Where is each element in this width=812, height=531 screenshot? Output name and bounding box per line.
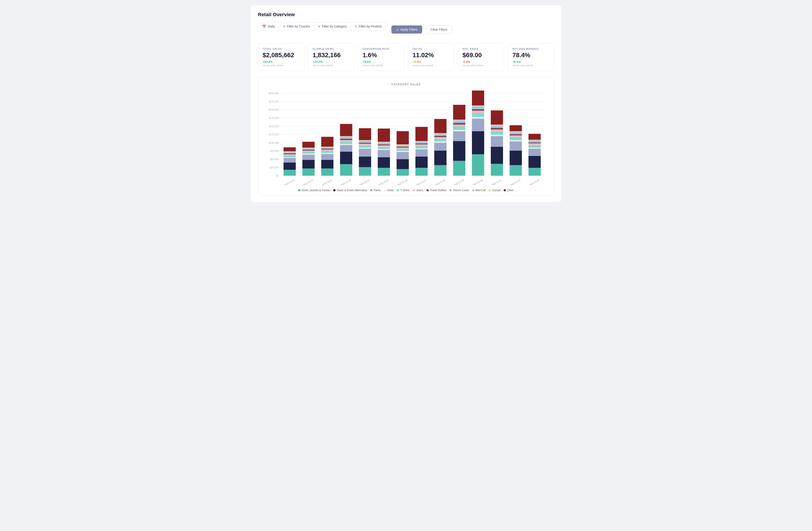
legend-label: Travel Duffels xyxy=(430,189,446,192)
svg-text:2022-11-19: 2022-11-19 xyxy=(453,179,465,185)
svg-rect-176 xyxy=(509,125,522,131)
svg-rect-167 xyxy=(509,151,522,165)
svg-rect-171 xyxy=(509,136,522,137)
svg-rect-40 xyxy=(303,150,315,151)
svg-rect-70 xyxy=(359,167,371,176)
svg-rect-179 xyxy=(528,156,540,168)
filter-category-button[interactable]: ≡ Filter by Category xyxy=(314,22,351,30)
svg-rect-80 xyxy=(359,128,371,140)
svg-text:$100,000: $100,000 xyxy=(269,141,279,144)
svg-rect-181 xyxy=(528,148,540,149)
kpi-period: versus prior period xyxy=(412,64,449,67)
apply-filters-button[interactable]: ⊿ Apply Filters xyxy=(391,26,422,33)
svg-rect-121 xyxy=(434,141,447,143)
svg-rect-98 xyxy=(396,149,409,151)
svg-rect-102 xyxy=(396,145,409,145)
svg-rect-138 xyxy=(453,120,465,121)
svg-rect-145 xyxy=(472,117,484,119)
svg-rect-42 xyxy=(303,148,315,149)
svg-rect-27 xyxy=(284,154,296,156)
svg-rect-168 xyxy=(509,141,522,151)
kpi-period: versus prior period xyxy=(313,64,349,67)
legend-label: Pants xyxy=(374,189,380,192)
legend-item: Mid-Calf xyxy=(472,189,486,192)
legend-dot xyxy=(370,189,373,192)
svg-rect-55 xyxy=(321,146,333,147)
svg-text:2022-11-21: 2022-11-21 xyxy=(491,179,502,185)
kpi-row: TOTAL SALES $2,085,662 +82.8% versus pri… xyxy=(258,43,554,71)
page-container: Retail Overview 📅 Daily ≡ Filter by Coun… xyxy=(251,5,561,202)
svg-rect-116 xyxy=(416,127,427,141)
legend-item: Casual xyxy=(489,189,500,192)
legend-item: Vests xyxy=(384,189,394,192)
svg-rect-183 xyxy=(528,143,540,145)
legend-item: Other xyxy=(504,189,514,192)
svg-rect-30 xyxy=(284,152,296,152)
svg-rect-146 xyxy=(472,113,484,117)
clear-filters-button[interactable]: Clear Filters xyxy=(426,25,452,34)
svg-text:2022-11-22: 2022-11-22 xyxy=(510,179,521,185)
svg-rect-60 xyxy=(340,145,352,152)
svg-rect-156 xyxy=(491,136,503,146)
kpi-value: 1,832,166 xyxy=(313,52,349,59)
svg-rect-150 xyxy=(472,106,484,107)
svg-rect-133 xyxy=(453,130,465,131)
svg-rect-34 xyxy=(303,168,315,176)
svg-rect-188 xyxy=(528,134,540,140)
legend-item: T-Shirts xyxy=(397,189,409,192)
filter-country-button[interactable]: ≡ Filter by Country xyxy=(279,22,314,30)
kpi-card-total-sales: TOTAL SALES $2,085,662 +82.8% versus pri… xyxy=(258,43,304,71)
svg-rect-85 xyxy=(378,149,390,150)
kpi-card-tacos: TACOS 11.02% +5.4% versus prior period xyxy=(408,43,454,71)
legend-label: Down Jackets & Parkas xyxy=(302,189,330,192)
svg-rect-99 xyxy=(396,148,409,149)
svg-rect-130 xyxy=(453,161,465,176)
svg-rect-25 xyxy=(284,157,296,158)
svg-rect-35 xyxy=(303,160,315,168)
svg-rect-29 xyxy=(284,152,296,153)
legend-dot xyxy=(333,189,336,192)
legend-dot xyxy=(449,189,452,192)
svg-text:$175,000: $175,000 xyxy=(269,117,279,120)
kpi-value: $2,085,662 xyxy=(263,52,300,59)
funnel-icon: ⊿ xyxy=(396,28,398,31)
svg-rect-108 xyxy=(416,149,427,156)
legend-item: Down Jackets & Parkas xyxy=(298,189,330,192)
svg-rect-49 xyxy=(321,153,333,154)
svg-rect-112 xyxy=(416,143,427,144)
svg-rect-67 xyxy=(340,136,352,136)
svg-rect-182 xyxy=(528,145,540,148)
kpi-change: +9.6% xyxy=(363,60,400,64)
svg-rect-137 xyxy=(453,121,465,123)
legend-item: Pants xyxy=(370,189,380,192)
kpi-change: +6.0% xyxy=(512,60,549,64)
svg-rect-23 xyxy=(284,163,296,170)
svg-rect-142 xyxy=(472,154,484,176)
legend-label: T-Shirts xyxy=(400,189,409,192)
svg-text:2022-11-16: 2022-11-16 xyxy=(397,179,408,185)
svg-rect-132 xyxy=(453,131,465,141)
svg-text:$125,000: $125,000 xyxy=(269,133,279,136)
svg-rect-184 xyxy=(528,142,540,143)
svg-rect-72 xyxy=(359,149,371,156)
svg-rect-134 xyxy=(453,127,465,130)
legend-dot xyxy=(489,189,491,192)
svg-rect-164 xyxy=(491,110,503,125)
daily-button[interactable]: 📅 Daily xyxy=(258,22,279,30)
svg-rect-109 xyxy=(416,149,427,149)
svg-rect-84 xyxy=(378,150,390,157)
legend-label: Vests xyxy=(387,189,394,192)
svg-rect-107 xyxy=(416,156,427,168)
kpi-card-conversion-rate: CONVERSION RATE 1.6% +9.6% versus prior … xyxy=(358,43,404,71)
kpi-period: versus prior period xyxy=(512,64,549,67)
svg-rect-58 xyxy=(340,164,352,176)
svg-text:2022-11-14: 2022-11-14 xyxy=(359,179,371,185)
svg-rect-64 xyxy=(340,139,352,140)
svg-text:$25,000: $25,000 xyxy=(270,166,279,169)
svg-rect-148 xyxy=(472,109,484,111)
svg-rect-152 xyxy=(472,90,484,106)
filter-product-button[interactable]: ≡ Filter by Product xyxy=(351,22,386,30)
svg-rect-90 xyxy=(378,142,390,143)
svg-rect-136 xyxy=(453,123,465,125)
svg-text:2022-11-13: 2022-11-13 xyxy=(340,179,351,185)
